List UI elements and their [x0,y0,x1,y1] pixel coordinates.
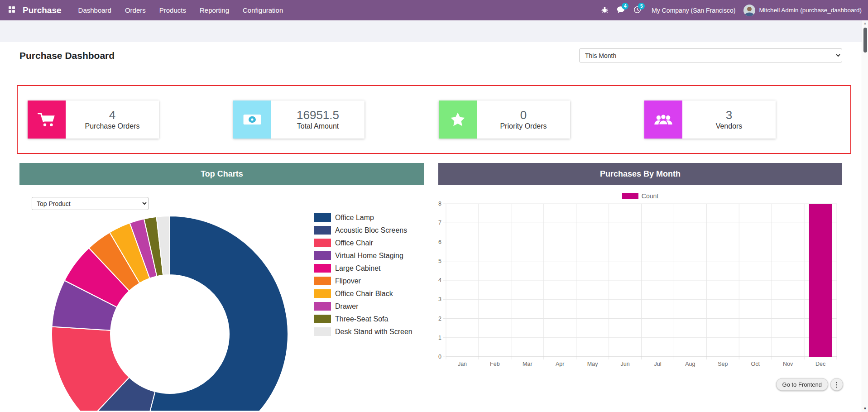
top-navbar: Purchase DashboardOrdersProductsReportin… [0,0,868,20]
legend-swatch [314,277,331,285]
charts-row: Top Charts Top Product Office LampAcoust… [19,163,849,411]
legend-swatch [314,226,331,235]
svg-text:8: 8 [438,201,441,207]
legend-item-desk-stand-with-screen[interactable]: Desk Stand with Screen [314,327,412,336]
svg-text:Jan: Jan [458,361,467,367]
legend-label: Office Chair Black [335,290,393,298]
kpi-value-total-amount: 16951.5 [297,109,339,122]
menu-reporting[interactable]: Reporting [193,0,236,20]
legend-item-drawer[interactable]: Drawer [314,302,412,311]
kpi-card-purchase-orders[interactable]: 4Purchase Orders [28,101,159,139]
purchases-by-month-panel: Purchases By Month Count 012345678JanFeb… [438,163,842,411]
bar-chart-legend[interactable]: Count [438,192,842,200]
legend-item-office-lamp[interactable]: Office Lamp [314,213,412,222]
kpi-label-total-amount: Total Amount [297,122,339,130]
kpi-value-priority-orders: 0 [520,109,527,122]
legend-swatch [314,315,331,323]
legend-item-flipover[interactable]: Flipover [314,277,412,285]
svg-text:1: 1 [438,335,441,341]
kpi-card-vendors[interactable]: 3Vendors [644,101,776,139]
go-to-frontend-button[interactable]: Go to Frontend [776,378,828,391]
legend-label: Desk Stand with Screen [335,328,412,336]
legend-item-acoustic-bloc-screens[interactable]: Acoustic Bloc Screens [314,226,412,235]
donut-legend: Office LampAcoustic Bloc ScreensOffice C… [314,213,412,340]
frontend-fab: Go to Frontend ⋮ [776,378,843,391]
vertical-scrollbar[interactable]: ▲ ▼ [862,20,868,412]
svg-text:Jun: Jun [620,361,629,367]
legend-item-three-seat-sofa[interactable]: Three-Seat Sofa [314,315,412,323]
legend-item-office-chair[interactable]: Office Chair [314,239,412,247]
svg-text:Apr: Apr [556,361,564,367]
kpi-label-priority-orders: Priority Orders [500,122,547,130]
apps-menu-button[interactable] [5,0,19,20]
kpi-value-purchase-orders: 4 [109,109,115,122]
dashboard-main: Purchase Dashboard This Month 4Purchase … [0,48,868,411]
control-panel-strip [0,20,868,42]
period-filter-select[interactable]: This Month [579,48,842,62]
scroll-down-arrow[interactable]: ▼ [862,406,868,412]
user-name: Mitchell Admin (purchase_dashboard) [759,7,862,14]
svg-text:Sep: Sep [718,361,728,367]
svg-text:Nov: Nov [783,361,793,367]
scrollbar-thumb[interactable] [863,28,867,53]
legend-swatch [314,239,331,247]
menu-products[interactable]: Products [153,0,193,20]
legend-label: Three-Seat Sofa [335,315,388,323]
bug-icon [601,6,609,15]
svg-text:7: 7 [438,220,441,226]
page-title: Purchase Dashboard [19,50,115,61]
legend-label: Flipover [335,277,361,285]
kpi-row-highlight: 4Purchase Orders16951.5Total Amount0Prio… [17,85,851,154]
menu-configuration[interactable]: Configuration [236,0,290,20]
menu-orders[interactable]: Orders [118,0,153,20]
kpi-label-vendors: Vendors [716,122,743,130]
cart-icon [28,101,66,139]
more-options-button[interactable]: ⋮ [830,378,843,391]
activities-button[interactable]: 5 [629,0,645,20]
menu-dashboard[interactable]: Dashboard [72,0,118,20]
svg-text:Oct: Oct [751,361,760,367]
kpi-card-priority-orders[interactable]: 0Priority Orders [439,101,570,139]
legend-label: Office Lamp [335,214,374,222]
money-icon [233,101,271,139]
top-charts-panel: Top Charts Top Product Office LampAcoust… [19,163,424,411]
company-switcher[interactable]: My Company (San Francisco) [652,7,735,14]
svg-text:Mar: Mar [523,361,532,367]
kpi-card-total-amount[interactable]: 16951.5Total Amount [233,101,364,139]
scroll-up-arrow[interactable]: ▲ [862,20,868,27]
app-brand[interactable]: Purchase [23,5,62,15]
purchases-by-month-header: Purchases By Month [438,163,842,185]
activities-badge: 5 [638,3,645,10]
legend-label: Large Cabinet [335,264,381,273]
legend-label: Acoustic Bloc Screens [335,226,407,235]
top-chart-filter-select[interactable]: Top Product [32,197,149,210]
legend-label: Virtual Home Staging [335,252,403,260]
legend-swatch [314,289,331,298]
legend-item-large-cabinet[interactable]: Large Cabinet [314,264,412,273]
avatar [743,5,755,16]
legend-swatch [314,251,331,260]
top-product-donut-chart [25,189,315,411]
legend-swatch [314,302,331,311]
users-icon [644,101,682,139]
purchases-by-month-body: Count 012345678JanFebMarAprMayJunJulAugS… [438,185,842,411]
count-legend-label: Count [642,192,658,200]
svg-text:Feb: Feb [490,361,500,367]
main-menu: DashboardOrdersProductsReportingConfigur… [72,0,290,20]
count-legend-swatch [622,193,638,199]
svg-text:Jul: Jul [654,361,661,367]
svg-text:0: 0 [438,354,441,360]
legend-label: Drawer [335,302,359,311]
legend-item-office-chair-black[interactable]: Office Chair Black [314,289,412,298]
messages-button[interactable]: 4 [613,0,629,20]
legend-item-virtual-home-staging[interactable]: Virtual Home Staging [314,251,412,260]
svg-text:6: 6 [438,239,441,245]
debug-button[interactable] [596,0,613,20]
kpi-label-purchase-orders: Purchase Orders [85,122,140,130]
top-charts-body: Top Product Office LampAcoustic Bloc Scr… [19,185,424,411]
legend-swatch [314,264,331,273]
user-menu[interactable]: Mitchell Admin (purchase_dashboard) [743,5,862,16]
svg-text:Dec: Dec [815,361,825,367]
apps-grid-icon [8,6,15,14]
bar-dec[interactable] [809,204,832,357]
